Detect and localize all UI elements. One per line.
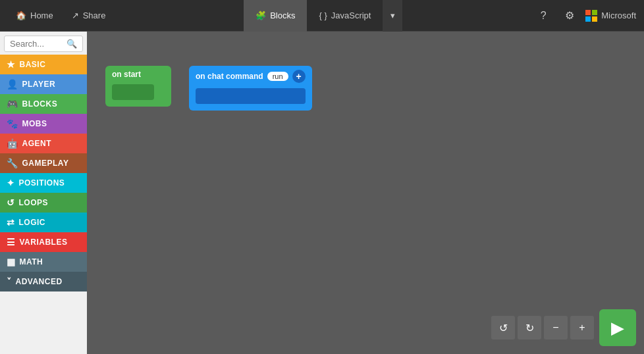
search-box[interactable]: 🔍 (4, 36, 83, 52)
sidebar-label-blocks: BLOCKS (22, 99, 58, 109)
sidebar-label-player: PLAYER (22, 80, 56, 89)
sidebar-label-variables: VARIABLES (20, 238, 68, 247)
sidebar-item-math[interactable]: ▦MATH (0, 252, 87, 272)
home-button[interactable]: 🏠 Home (8, 7, 61, 24)
js-tab-icon: { } (319, 11, 327, 20)
nav-right: ? ⚙ Microsoft (525, 5, 644, 26)
logic-icon: ⇄ (7, 217, 15, 228)
sidebar-item-player[interactable]: 👤PLAYER (0, 74, 87, 94)
add-chat-command-button[interactable]: + (292, 70, 306, 83)
advanced-icon: ˅ (7, 276, 12, 287)
sidebar: 🔍 ★BASIC👤PLAYER🎮BLOCKS🐾MOBS🤖AGENT🔧GAMEPL… (0, 32, 87, 354)
sidebar-label-math: MATH (20, 257, 43, 266)
sidebar-label-advanced: ADVANCED (16, 277, 63, 286)
settings-button[interactable]: ⚙ (559, 5, 580, 26)
home-label: Home (30, 11, 53, 20)
sidebar-label-loops: LOOPS (19, 198, 49, 207)
bottom-toolbar: ↺ ↻ − + ▶ (491, 309, 636, 346)
sidebar-item-loops[interactable]: ↺LOOPS (0, 193, 87, 213)
sidebar-item-logic[interactable]: ⇄LOGIC (0, 213, 87, 232)
blocks-tab-icon: 🧩 (255, 11, 266, 20)
main-layout: 🔍 ★BASIC👤PLAYER🎮BLOCKS🐾MOBS🤖AGENT🔧GAMEPL… (0, 32, 644, 354)
blocks-icon: 🎮 (7, 99, 18, 109)
sidebar-item-agent[interactable]: 🤖AGENT (0, 134, 87, 153)
sidebar-label-basic: BASIC (20, 60, 46, 69)
on-chat-notch (196, 88, 306, 104)
undo-button[interactable]: ↺ (491, 316, 515, 340)
sidebar-label-gameplay: GAMEPLAY (22, 159, 69, 168)
microsoft-logo[interactable]: Microsoft (585, 10, 636, 22)
sidebar-label-positions: POSITIONS (19, 178, 65, 188)
home-icon: 🏠 (16, 11, 26, 20)
on-start-notch (112, 84, 154, 100)
block-on-chat-command[interactable]: on chat command run + (189, 66, 312, 111)
search-input[interactable] (10, 39, 67, 49)
share-label: Share (83, 11, 106, 20)
search-icon: 🔍 (67, 39, 77, 49)
sidebar-item-mobs[interactable]: 🐾MOBS (0, 114, 87, 134)
sidebar-item-advanced[interactable]: ˅ADVANCED (0, 272, 87, 291)
zoom-out-button[interactable]: − (544, 316, 568, 340)
sidebar-item-positions[interactable]: ✦POSITIONS (0, 173, 87, 193)
sidebar-item-variables[interactable]: ☰VARIABLES (0, 232, 87, 252)
top-nav: 🏠 Home ↗ Share 🧩 Blocks { } JavaScript ▾… (0, 0, 644, 32)
gameplay-icon: 🔧 (7, 158, 18, 168)
tab-blocks[interactable]: 🧩 Blocks (244, 0, 307, 32)
player-icon: 👤 (7, 79, 18, 89)
math-icon: ▦ (7, 257, 16, 267)
agent-icon: 🤖 (7, 138, 18, 149)
redo-button[interactable]: ↻ (518, 316, 541, 340)
run-button[interactable]: ▶ (599, 309, 636, 346)
sidebar-item-gameplay[interactable]: 🔧GAMEPLAY (0, 153, 87, 173)
tab-area: 🧩 Blocks { } JavaScript ▾ (121, 0, 525, 32)
js-tab-label: JavaScript (331, 11, 371, 20)
on-chat-header: on chat command run + (196, 70, 306, 83)
variables-icon: ☰ (7, 237, 16, 247)
loops-icon: ↺ (7, 197, 15, 208)
mobs-icon: 🐾 (7, 118, 18, 129)
sidebar-label-agent: AGENT (22, 139, 52, 148)
run-badge[interactable]: run (267, 72, 288, 81)
tab-dropdown-button[interactable]: ▾ (383, 0, 402, 32)
sidebar-label-mobs: MOBS (22, 119, 47, 128)
sidebar-item-basic[interactable]: ★BASIC (0, 55, 87, 74)
sidebar-item-blocks[interactable]: 🎮BLOCKS (0, 94, 87, 114)
help-button[interactable]: ? (533, 5, 554, 26)
basic-icon: ★ (7, 59, 16, 70)
on-chat-label: on chat command (196, 72, 263, 81)
tab-javascript[interactable]: { } JavaScript (307, 0, 383, 32)
microsoft-label: Microsoft (601, 11, 636, 20)
blocks-tab-label: Blocks (270, 11, 295, 20)
block-on-start[interactable]: on start (105, 66, 171, 107)
nav-left: 🏠 Home ↗ Share (0, 7, 121, 24)
share-button[interactable]: ↗ Share (64, 7, 114, 24)
share-icon: ↗ (72, 11, 79, 20)
ms-grid-icon (585, 10, 597, 22)
notch-left (119, 87, 126, 100)
zoom-in-button[interactable]: + (570, 316, 594, 340)
on-start-header: on start (112, 70, 165, 79)
positions-icon: ✦ (7, 178, 15, 188)
sidebar-categories: ★BASIC👤PLAYER🎮BLOCKS🐾MOBS🤖AGENT🔧GAMEPLAY… (0, 55, 87, 291)
sidebar-label-logic: LOGIC (19, 218, 46, 227)
canvas-area[interactable]: on start on chat command run + ↺ ↻ − + ▶ (87, 32, 644, 354)
